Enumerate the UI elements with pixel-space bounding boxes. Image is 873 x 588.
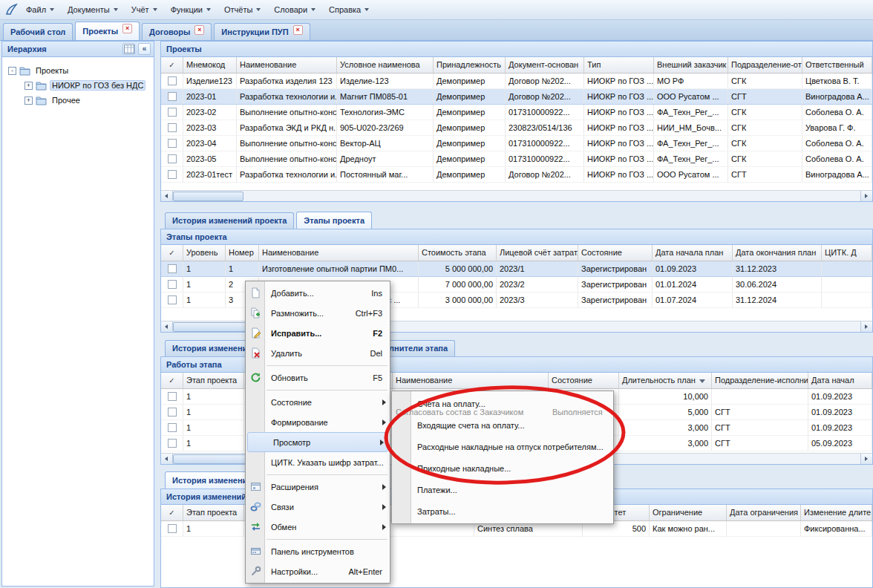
collapse-panel-icon[interactable]: «	[138, 43, 151, 55]
tree-expander-icon[interactable]: +	[24, 97, 33, 105]
menubar-item[interactable]: Справка	[322, 2, 376, 17]
scroll-left-icon[interactable]	[161, 321, 173, 332]
tree-expander-icon[interactable]: -	[8, 67, 16, 75]
row-select-cell[interactable]	[161, 420, 183, 435]
row-checkbox[interactable]	[168, 139, 177, 148]
row-select-cell[interactable]	[161, 74, 183, 88]
column-header[interactable]: Наименование	[393, 373, 549, 388]
column-header[interactable]: Уровень	[183, 245, 226, 261]
tree-item[interactable]: -Проекты	[5, 63, 152, 78]
column-header[interactable]: Стоимость этапа	[419, 245, 497, 261]
tree-item[interactable]: +НИОКР по ГОЗ без НДС	[5, 78, 152, 93]
row-checkbox[interactable]	[168, 108, 177, 117]
select-all-header[interactable]: ✓	[161, 505, 183, 520]
tab-close-icon[interactable]: ×	[293, 25, 303, 35]
row-select-cell[interactable]	[161, 389, 183, 404]
table-row[interactable]: Изделие123Разработка изделия 123Изделие-…	[161, 74, 872, 89]
column-header[interactable]: Состояние	[549, 373, 619, 388]
column-header[interactable]: Наименование	[259, 245, 419, 261]
column-header[interactable]: Дата начала план	[653, 245, 733, 261]
tab-close-icon[interactable]: ×	[194, 25, 204, 35]
column-header[interactable]: Лицевой счёт затрат.	[497, 245, 578, 261]
tab[interactable]: Рабочий стол	[3, 23, 73, 40]
columns-icon[interactable]	[122, 43, 135, 55]
menubar-item[interactable]: Функции	[164, 2, 218, 17]
row-select-cell[interactable]	[161, 436, 183, 451]
column-header[interactable]: Подразделение-от	[728, 57, 802, 73]
column-header[interactable]: Этап проекта	[183, 373, 244, 388]
column-header[interactable]: Подразделение-исполнитель..	[712, 373, 808, 388]
row-checkbox[interactable]	[168, 392, 177, 401]
table-row[interactable]: 2023-02Выполнение опытно-конс...Технолог…	[161, 105, 872, 120]
menu-item[interactable]: Добавить...Ins	[246, 283, 390, 303]
column-header[interactable]: Дата окончания план	[733, 245, 822, 261]
row-checkbox[interactable]	[168, 92, 177, 101]
row-select-cell[interactable]	[161, 261, 183, 276]
menu-item[interactable]: УдалитьDel	[246, 343, 390, 363]
column-header[interactable]: ЦИТК. Д	[822, 245, 872, 261]
tab-close-icon[interactable]: ×	[122, 24, 132, 33]
menu-item[interactable]: Обмен	[246, 517, 390, 537]
row-select-cell[interactable]	[161, 521, 183, 536]
menubar-item[interactable]: Файл	[19, 2, 61, 17]
column-header[interactable]: Внешний заказчик	[654, 57, 728, 73]
row-checkbox[interactable]	[168, 439, 177, 448]
menu-item[interactable]: Расширения	[246, 477, 390, 497]
tree-expander-icon[interactable]: +	[24, 82, 33, 90]
select-all-header[interactable]: ✓	[161, 373, 183, 388]
row-checkbox[interactable]	[168, 524, 177, 533]
menu-item[interactable]: Панель инструментов	[246, 541, 390, 561]
select-all-header[interactable]: ✓	[161, 245, 183, 261]
scroll-left-icon[interactable]	[161, 191, 173, 201]
row-checkbox[interactable]	[168, 280, 177, 289]
scroll-right-icon[interactable]	[860, 191, 872, 201]
row-checkbox[interactable]	[168, 76, 177, 85]
table-row[interactable]: 2023-05Выполнение опытно-конс...Дредноут…	[161, 151, 872, 167]
scrollbar-thumb[interactable]	[173, 192, 243, 201]
scroll-right-icon[interactable]	[860, 321, 872, 332]
menubar-item[interactable]: Учёт	[125, 2, 164, 17]
scroll-right-icon[interactable]	[860, 454, 872, 464]
menu-item[interactable]: Расходные накладные на отпуск потребител…	[392, 436, 613, 457]
menu-item[interactable]: Приходные накладные...	[392, 457, 613, 479]
tab[interactable]: История изменений проекта	[165, 212, 294, 229]
row-checkbox[interactable]	[168, 408, 177, 416]
column-header[interactable]: Номер	[226, 245, 259, 261]
row-select-cell[interactable]	[161, 120, 183, 135]
menu-item[interactable]: Связи	[246, 497, 390, 517]
menu-item[interactable]: Затраты...	[392, 500, 613, 522]
row-checkbox[interactable]	[168, 264, 177, 273]
row-checkbox[interactable]	[168, 423, 177, 432]
column-header[interactable]: Изменение длите...	[801, 505, 872, 520]
row-select-cell[interactable]	[161, 136, 183, 151]
menubar-item[interactable]: Словари	[267, 2, 322, 17]
column-header[interactable]: Состояние	[578, 245, 653, 261]
column-header[interactable]: Документ-основан	[506, 57, 584, 73]
menu-item[interactable]: Настройки...Alt+Enter	[246, 561, 390, 581]
row-select-cell[interactable]	[161, 105, 183, 120]
column-header[interactable]: Этап проекта	[183, 505, 244, 520]
column-header[interactable]: Условное наименова	[337, 57, 434, 73]
row-select-cell[interactable]	[161, 293, 183, 307]
menu-item[interactable]: Просмотр	[247, 432, 388, 452]
row-checkbox[interactable]	[168, 295, 177, 304]
menu-item[interactable]: ОбновитьF5	[246, 368, 390, 388]
column-header[interactable]: Мнемокод	[183, 57, 237, 73]
row-select-cell[interactable]	[161, 151, 183, 166]
column-header[interactable]: Дата ограничения	[727, 505, 801, 520]
row-checkbox[interactable]	[168, 154, 177, 163]
menu-item[interactable]: Формирование	[246, 412, 390, 432]
menubar-item[interactable]: Документы	[61, 2, 125, 17]
tab[interactable]: Проекты×	[75, 22, 140, 40]
table-row[interactable]: 2023-03Разработка ЭКД и РКД н...905-U020…	[161, 120, 872, 136]
column-header[interactable]: Ограничение	[650, 505, 727, 520]
menu-item[interactable]: Исправить...F2	[246, 323, 390, 343]
row-checkbox[interactable]	[168, 170, 177, 179]
column-header[interactable]: Дата начал	[808, 373, 872, 388]
column-header[interactable]: Длительность план	[619, 373, 712, 388]
row-select-cell[interactable]	[161, 89, 183, 104]
row-select-cell[interactable]	[161, 405, 183, 419]
row-select-cell[interactable]	[161, 167, 183, 182]
column-header[interactable]: Тип	[584, 57, 654, 73]
tree-item[interactable]: +Прочее	[5, 93, 152, 108]
